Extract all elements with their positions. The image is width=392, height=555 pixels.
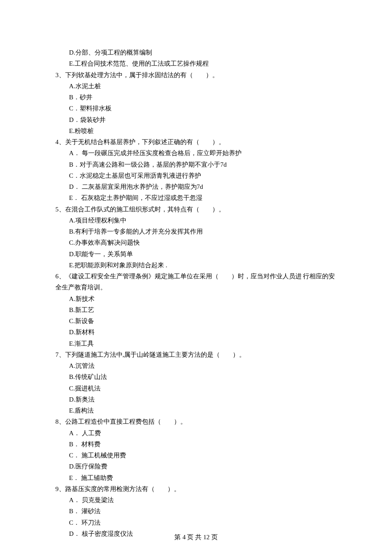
question-stem: 3、下列软基处理方法中，属于排水固结法的有（ ）。: [55, 69, 337, 81]
options-block: A.沉管法 B.传统矿山法 C.掘进机法 D.新奥法 E.盾构法: [55, 360, 337, 416]
question-block: 4、关于无机结合料基层养护，下列叙述正确的有（ ）。 A． 每一段碾压完成并经压…: [55, 136, 337, 204]
options-block: A． 每一段碾压完成并经压实度检查合格后，应立即开始养护 B．对于高速公路和一级…: [55, 147, 337, 203]
option-text: E． 石灰稳定土养护期间，不应过湿或忽干忽湿: [69, 192, 337, 203]
option-text: E． 施工辅助费: [69, 472, 337, 483]
options-block: A.项目经理权利集中 B.有利于培养一专多能的人才并充分发挥其作用 C.办事效率…: [55, 215, 337, 271]
option-text: D． 二灰基层宜采用泡水养护法，养护期应为7d: [69, 181, 337, 192]
option-text: A． 贝克曼梁法: [69, 494, 337, 506]
option-text: D.新奥法: [69, 394, 337, 405]
option-text: C．塑料排水板: [69, 103, 337, 114]
option-text: E.工程合同技术范范、使用的工法或工艺操作规程: [69, 58, 337, 69]
option-text: B． 材料费: [69, 439, 337, 450]
option-text: E.粉喷桩: [69, 125, 337, 136]
option-text: C．水泥稳定土基层也可采用沥青乳液进行养护: [69, 170, 337, 181]
option-text: A.新技术: [69, 293, 337, 304]
options-block: A． 人工费 B． 材料费 C． 施工机械使用费 D.医疗保险费 E． 施工辅助…: [55, 428, 337, 483]
option-text: A． 人工费: [69, 428, 337, 439]
question-stem: 9、路基压实度的常用检测方法有（ ）。: [55, 483, 337, 494]
question-stem: 5、在混合工作队式的施工组织形式时，其特点有（ ）。: [55, 204, 337, 215]
option-text: D.职能专一，关系简单: [69, 249, 337, 260]
question-stem: 6、《建设工程安全生产管理条例》规定施工单位在采用（ ）时，应当对作业人员进 行…: [55, 271, 337, 293]
options-block: A.新技术 B.新工艺 C.新设备 D.新材料 E.渐工具: [55, 293, 337, 349]
option-text: E.把职能原则和对象原则结合起来 .: [69, 260, 337, 271]
option-text: E.渐工具: [69, 338, 337, 349]
option-text: A.沉管法: [69, 360, 337, 371]
option-text: C． 环刀法: [69, 517, 337, 528]
question-block: 6、《建设工程安全生产管理条例》规定施工单位在采用（ ）时，应当对作业人员进 行…: [55, 271, 337, 349]
option-text: D.新材料: [69, 327, 337, 338]
question-block: 5、在混合工作队式的施工组织形式时，其特点有（ ）。 A.项目经理权利集中 B.…: [55, 204, 337, 271]
question-block: 9、路基压实度的常用检测方法有（ ）。 A． 贝克曼梁法 B． 灌砂法 C． 环…: [55, 483, 337, 539]
option-text: B.新工艺: [69, 304, 337, 315]
page-footer: 第 4 页 共 12 页: [0, 532, 392, 543]
question-stem: 7、下列隧道施工方法中,属于山岭隧道施工主要方法的是（ ）。: [55, 349, 337, 360]
option-text: A.水泥土桩: [69, 81, 337, 92]
option-text: C.新设备: [69, 315, 337, 327]
option-text: C.办事效率高'解决问题快: [69, 237, 337, 248]
question-stem: 8、公路工程造价中直接工程费包括（ ）。: [55, 416, 337, 427]
option-text: B.有利于培养一专多能的人才并充分发挥其作用: [69, 226, 337, 237]
option-text: B．对于高速公路和一级公路，基层的养护期不宜小于7d: [69, 159, 337, 170]
question-block: 7、下列隧道施工方法中,属于山岭隧道施工主要方法的是（ ）。 A.沉管法 B.传…: [55, 349, 337, 416]
options-block: A.水泥土桩 B．砂井 C．塑料排水板 D．袋装砂井 E.粉喷桩: [55, 81, 337, 136]
question-block: 8、公路工程造价中直接工程费包括（ ）。 A． 人工费 B． 材料费 C． 施工…: [55, 416, 337, 483]
option-text: C.掘进机法: [69, 383, 337, 394]
question-stem: 4、关于无机结合料基层养护，下列叙述正确的有（ ）。: [55, 136, 337, 147]
option-text: D.分部、分项工程的概算编制: [69, 47, 337, 58]
option-text: A． 每一段碾压完成并经压实度检查合格后，应立即开始养护: [69, 147, 337, 159]
option-text: B.传统矿山法: [69, 371, 337, 382]
page-container: D.分部、分项工程的概算编制 E.工程合同技术范范、使用的工法或工艺操作规程 3…: [0, 0, 392, 555]
option-text: D.医疗保险费: [69, 461, 337, 472]
option-text: D．袋装砂井: [69, 114, 337, 125]
option-text: E.盾构法: [69, 405, 337, 416]
option-text: C． 施工机械使用费: [69, 450, 337, 461]
option-text: B． 灌砂法: [69, 506, 337, 517]
option-text: A.项目经理权利集中: [69, 215, 337, 226]
question-block: 3、下列软基处理方法中，属于排水固结法的有（ ）。 A.水泥土桩 B．砂井 C．…: [55, 69, 337, 137]
option-text: B．砂井: [69, 92, 337, 103]
pre-options-block: D.分部、分项工程的概算编制 E.工程合同技术范范、使用的工法或工艺操作规程: [55, 47, 337, 69]
